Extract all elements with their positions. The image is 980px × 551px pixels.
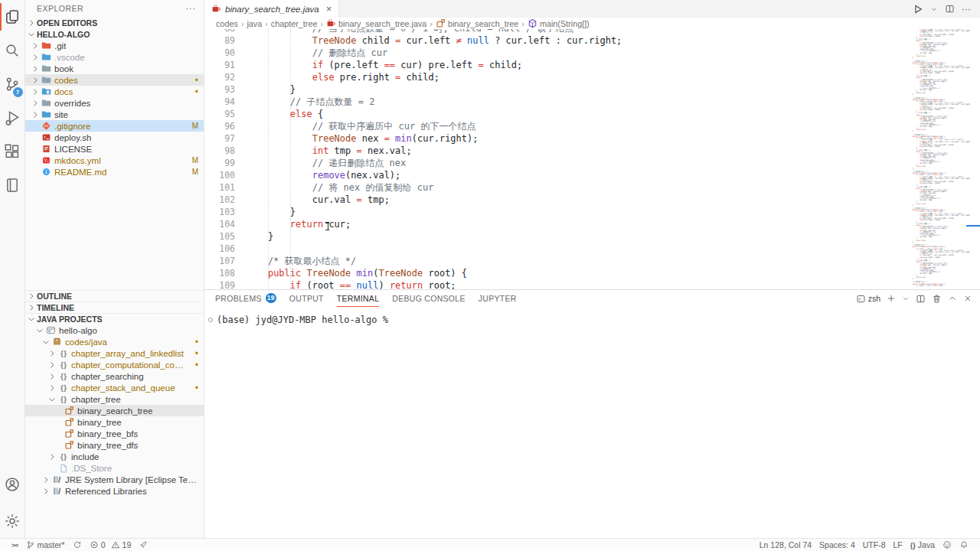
line-number[interactable]: 104 [204,218,235,230]
line-number[interactable]: 94 [204,96,235,108]
tree-item-.gitignore[interactable]: .gitignoreM [25,120,204,132]
line-number[interactable]: 88 [204,29,235,34]
line-number[interactable]: 95 [204,108,235,120]
tree-item-chapter_array_and_linkedlist[interactable]: { }chapter_array_and_linkedlist• [25,347,204,359]
line-number[interactable]: 92 [204,71,235,83]
tree-item-docs[interactable]: docs• [25,86,204,97]
tree-item-deploy.sh[interactable]: deploy.sh [25,132,204,143]
activity-explorer-icon[interactable] [0,0,25,34]
panel-tab-output[interactable]: OUTPUT [289,290,324,307]
tab-binary_search_tree.java[interactable]: binary_search_tree.java× [204,0,339,18]
code-line-96[interactable]: 96 // 获取中序遍历中 cur 的下一个结点 [204,120,907,132]
tree-item-hello-algo[interactable]: hello-algo [25,324,204,336]
tab-close-icon[interactable]: × [326,3,332,15]
minimap[interactable]: // 当子结点数量 = 0 / 1 时, child = null / 该子结点… [909,29,972,289]
chevron-right-icon[interactable] [47,383,57,393]
tree-item-codes-java[interactable]: codes/java• [25,336,204,347]
code-line-90[interactable]: 90 // 删除结点 cur [204,47,907,59]
tree-item-include[interactable]: { }include [25,451,204,462]
line-number[interactable]: 97 [204,132,235,145]
line-number[interactable]: 89 [204,34,235,47]
chevron-right-icon[interactable] [30,53,41,62]
chevron-right-icon[interactable] [41,475,51,484]
line-number[interactable]: 102 [204,194,235,206]
activity-run-debug-icon[interactable] [0,101,25,135]
tree-item-binary_tree[interactable]: binary_tree [25,416,204,428]
java-server-mode-button[interactable] [135,539,152,551]
line-number[interactable]: 108 [204,267,235,279]
breadcrumb-item-chapter_tree[interactable]: chapter_tree [271,19,318,28]
activity-source-control-icon[interactable]: 7 [0,67,25,101]
code-line-104[interactable]: 104 return cur; [204,218,907,230]
breadcrumb-item-binary_search_tree.java[interactable]: binary_search_tree.java [326,18,426,28]
code-line-93[interactable]: 93 } [204,83,907,96]
line-number[interactable]: 101 [204,181,235,194]
section-timeline[interactable]: TIMELINE [25,302,204,313]
chevron-right-icon[interactable] [47,372,57,381]
problems-status[interactable]: 019 [86,539,136,551]
line-number[interactable]: 103 [204,206,235,218]
more-actions[interactable]: ··· [962,4,971,15]
tree-item-chapter_tree[interactable]: { }chapter_tree [25,393,204,405]
section-outline[interactable]: OUTLINE [25,290,204,302]
code-line-106[interactable]: 106 [204,243,907,255]
panel-tab-debug-console[interactable]: DEBUG CONSOLE [392,290,466,307]
terminal-command-decoration[interactable] [208,318,213,322]
code-line-101[interactable]: 101 // 将 nex 的值复制给 cur [204,181,907,194]
code-line-95[interactable]: 95 else { [204,108,907,120]
language-mode[interactable]: {}Java [906,539,939,551]
tree-item-license[interactable]: LICENSE [25,143,204,155]
run-dropdown-icon[interactable] [930,5,938,13]
feedback[interactable] [939,539,956,551]
code-line-102[interactable]: 102 cur.val = tmp; [204,194,907,206]
line-number[interactable]: 100 [204,169,235,181]
close-panel-button-icon[interactable] [963,294,972,303]
terminal-dropdown-icon[interactable] [902,295,910,302]
code-line-89[interactable]: 89 TreeNode child = cur.left ≠ null ? cu… [204,34,907,47]
code-line-91[interactable]: 91 if (pre.left == cur) pre.left = child… [204,59,907,71]
line-number[interactable]: 106 [204,243,235,255]
code-line-109[interactable]: 109 if (root == null) return root; [204,279,907,289]
section-workspace[interactable]: HELLO-ALGO [25,28,204,40]
code-line-94[interactable]: 94 // 子结点数量 = 2 [204,96,907,108]
eol[interactable]: LF [890,539,906,551]
code-line-98[interactable]: 98 int tmp = nex.val; [204,145,907,157]
panel-tab-terminal[interactable]: TERMINAL [337,290,380,307]
line-number[interactable]: 93 [204,83,235,96]
notifications[interactable] [956,539,972,551]
code-line-108[interactable]: 108 public TreeNode min(TreeNode root) { [204,267,907,279]
section-java-projects[interactable]: JAVA PROJECTS [25,313,204,324]
chevron-right-icon[interactable] [30,99,41,108]
code-line-107[interactable]: 107 /* 获取最小结点 */ [204,255,907,267]
code-line-92[interactable]: 92 else pre.right = child; [204,71,907,83]
activity-notebook-icon[interactable] [0,168,25,202]
activity-extensions-icon[interactable] [0,135,25,168]
tree-item-chapter_computational_complexity[interactable]: { }chapter_computational_complexity• [25,359,204,370]
tree-item-.vscode[interactable]: .vscode [25,51,204,63]
code-line-88[interactable]: 88 // 当子结点数量 = 0 / 1 时, child = null / 该… [204,29,907,34]
overview-ruler[interactable] [972,29,980,289]
line-number[interactable]: 105 [204,230,235,243]
views-more-actions-icon[interactable]: ··· [186,4,197,13]
chevron-right-icon[interactable] [47,452,57,461]
breadcrumb-item-binary_search_tree[interactable]: binary_search_tree [436,18,518,28]
kill-terminal-button-icon[interactable] [932,294,942,304]
tree-item-.ds_store[interactable]: .DS_Store [25,462,204,474]
chevron-right-icon[interactable] [30,87,41,96]
line-number[interactable]: 99 [204,157,235,169]
line-number[interactable]: 90 [204,47,235,59]
run-button-icon[interactable] [913,4,923,15]
chevron-down-icon[interactable] [47,395,57,404]
tree-item-binary_search_tree[interactable]: binary_search_tree [25,405,204,416]
tree-item-codes[interactable]: codes• [25,74,204,86]
activity-search-icon[interactable] [0,34,25,67]
chevron-right-icon[interactable] [30,76,41,85]
chevron-right-icon[interactable] [47,349,57,358]
maximize-panel-button-icon[interactable] [948,294,957,303]
chevron-right-icon[interactable] [30,41,41,51]
code-line-99[interactable]: 99 // 递归删除结点 nex [204,157,907,169]
breadcrumb-item-codes[interactable]: codes [216,19,238,28]
line-number[interactable]: 98 [204,145,235,157]
code-line-97[interactable]: 97 TreeNode nex = min(cur.right); [204,132,907,145]
cursor-position[interactable]: Ln 128, Col 74 [756,539,815,551]
